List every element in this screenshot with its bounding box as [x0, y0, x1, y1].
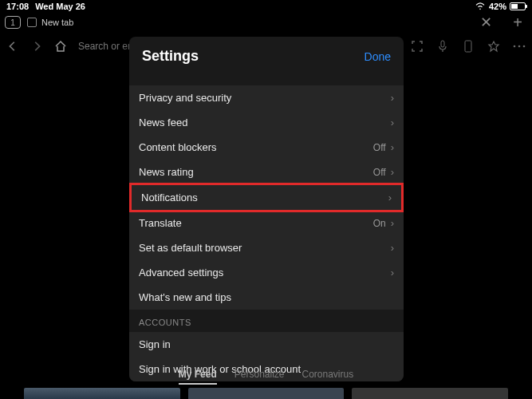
svg-point-4 [518, 45, 521, 48]
chevron-right-icon: › [391, 141, 394, 153]
more-icon[interactable] [513, 40, 526, 53]
chevron-right-icon: › [391, 242, 394, 254]
row-content-blockers[interactable]: Content blockers Off › [129, 135, 404, 160]
tab-label: New tab [41, 18, 73, 27]
back-button[interactable] [6, 40, 19, 53]
status-bar: 17:08 Wed May 26 42% [0, 0, 532, 13]
row-label: Translate [139, 217, 373, 229]
chevron-right-icon: › [388, 192, 392, 203]
row-label: What's new and tips [139, 291, 394, 303]
battery-icon [510, 2, 526, 10]
chevron-right-icon: › [391, 217, 394, 229]
row-label: News feed [139, 117, 391, 128]
row-news-feed[interactable]: News feed › [129, 110, 404, 135]
svg-rect-2 [465, 41, 471, 52]
row-label: Content blockers [139, 141, 373, 153]
wifi-icon [475, 2, 486, 10]
settings-list: Privacy and security › News feed › Conte… [129, 85, 404, 310]
favorites-icon[interactable] [487, 40, 500, 53]
done-button[interactable]: Done [365, 50, 391, 63]
row-sign-in[interactable]: Sign in [129, 332, 404, 357]
row-default-browser[interactable]: Set as default browser › [129, 235, 404, 260]
settings-title: Settings [142, 48, 199, 65]
row-label: News rating [139, 166, 373, 178]
status-time: 17:08 [6, 2, 29, 11]
svg-point-0 [479, 9, 481, 10]
feed-card[interactable] [352, 388, 508, 399]
chevron-right-icon: › [391, 166, 394, 178]
tab-new-tab[interactable]: New tab [27, 18, 73, 27]
chevron-right-icon: › [391, 92, 394, 104]
settings-modal: Settings Done Privacy and security › New… [129, 37, 404, 381]
chevron-right-icon: › [391, 117, 394, 128]
forward-button[interactable] [30, 40, 43, 53]
svg-point-3 [514, 45, 516, 48]
row-label: Notifications [141, 192, 388, 203]
feed-card[interactable] [24, 388, 180, 399]
close-tab-button[interactable]: ✕ [472, 14, 500, 31]
svg-point-5 [523, 45, 526, 48]
row-label: Sign in [139, 338, 394, 350]
svg-rect-1 [441, 41, 444, 47]
row-advanced-settings[interactable]: Advanced settings › [129, 260, 404, 285]
tab-count-button[interactable]: 1 [5, 16, 21, 29]
home-button[interactable] [54, 40, 67, 53]
feed-tab-coronavirus[interactable]: Coronavirus [302, 369, 354, 385]
row-news-rating[interactable]: News rating Off › [129, 160, 404, 184]
row-label: Privacy and security [139, 92, 391, 104]
row-value: Off [373, 167, 386, 178]
tab-bar: 1 New tab ✕ + [0, 13, 532, 32]
feed-tabs: My Feed Personalize Coronavirus [0, 369, 532, 385]
row-privacy-security[interactable]: Privacy and security › [129, 85, 404, 110]
row-whats-new[interactable]: What's new and tips [129, 285, 404, 310]
chevron-right-icon: › [391, 267, 394, 279]
row-label: Advanced settings [139, 267, 391, 279]
mic-icon[interactable] [436, 40, 449, 53]
scan-icon[interactable] [411, 40, 424, 53]
row-notifications[interactable]: Notifications › [129, 183, 404, 212]
row-translate[interactable]: Translate On › [129, 211, 404, 235]
row-value: On [373, 218, 386, 229]
device-icon[interactable] [462, 40, 475, 53]
row-label: Set as default browser [139, 242, 391, 254]
battery-percent: 42% [489, 2, 506, 11]
feed-thumbnails [0, 388, 532, 399]
feed-card[interactable] [188, 388, 345, 399]
row-value: Off [373, 142, 386, 153]
page-icon [27, 18, 37, 27]
feed-tab-my-feed[interactable]: My Feed [179, 369, 217, 385]
status-date: Wed May 26 [35, 2, 85, 11]
feed-tab-personalize[interactable]: Personalize [234, 369, 285, 385]
accounts-section-header: ACCOUNTS [129, 310, 404, 332]
new-tab-button[interactable]: + [508, 14, 527, 32]
